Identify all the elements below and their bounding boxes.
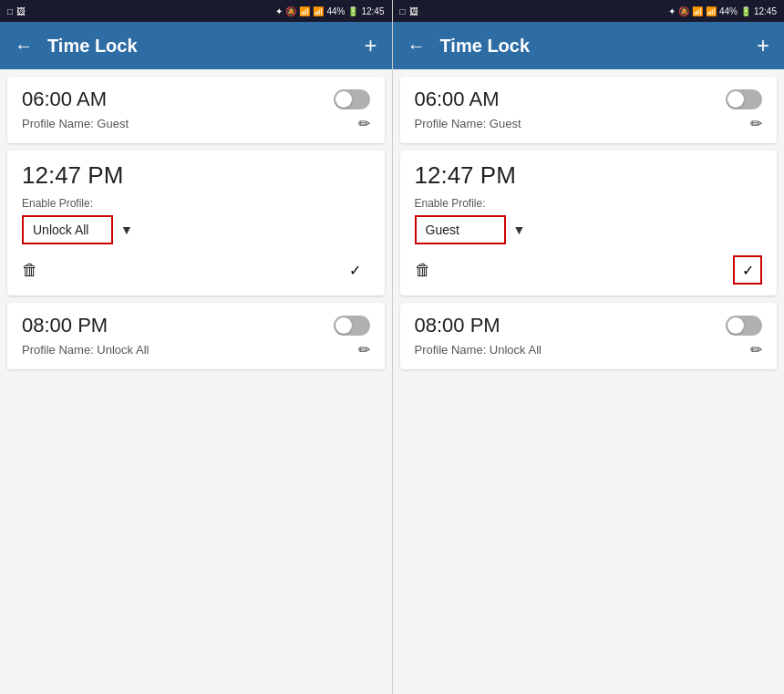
- time-right: 12:45: [754, 6, 777, 16]
- left-add-button[interactable]: +: [364, 33, 377, 58]
- right-card-1: 06:00 AM Profile Name: Guest ✏: [400, 77, 778, 143]
- left-profile-value: Unlock All: [33, 223, 88, 237]
- left-back-button[interactable]: ←: [15, 36, 33, 57]
- battery-percent-left: 44%: [326, 6, 345, 16]
- right-card-1-bottom-row: Profile Name: Guest ✏: [415, 115, 763, 132]
- right-check-icon: ✓: [742, 262, 754, 279]
- right-profile-dropdown[interactable]: Guest: [415, 215, 506, 244]
- right-delete-icon[interactable]: 🗑: [415, 261, 431, 280]
- right-action-row: 🗑 ✓: [415, 255, 763, 285]
- left-screen: □ 🖼 ✦ 🔕 📶 📶 44% 🔋 12:45 ← Time Lock +: [0, 0, 393, 694]
- wifi-icon: 📶: [299, 6, 310, 16]
- right-signal-icon: 📶: [706, 6, 717, 16]
- left-profile-1: Profile Name: Guest: [22, 117, 358, 130]
- left-card-1-bottom-row: Profile Name: Guest ✏: [22, 115, 370, 132]
- signal-icon: 📶: [313, 6, 324, 16]
- right-screen: □ 🖼 ✦ 🔕 📶 📶 44% 🔋 12:45 ← Time Lock +: [393, 0, 785, 694]
- left-status-left: □ 🖼: [7, 6, 26, 16]
- left-card-1: 06:00 AM Profile Name: Guest ✏: [7, 77, 385, 143]
- left-dropdown-arrow[interactable]: ▼: [120, 223, 133, 237]
- right-card-1-top-row: 06:00 AM: [415, 88, 763, 111]
- left-time-1: 06:00 AM: [22, 88, 107, 111]
- right-status-bar: □ 🖼 ✦ 🔕 📶 📶 44% 🔋 12:45: [393, 0, 785, 22]
- right-battery-icon: 🔋: [740, 6, 751, 16]
- right-toggle-3[interactable]: [726, 316, 762, 336]
- right-time-3: 08:00 PM: [415, 314, 500, 337]
- left-enable-label: Enable Profile:: [22, 197, 370, 210]
- left-profile-dropdown[interactable]: Unlock All: [22, 215, 113, 244]
- right-back-button[interactable]: ←: [407, 36, 426, 57]
- time-left: 12:45: [361, 6, 384, 16]
- right-profile-value: Guest: [426, 223, 459, 237]
- right-dropdown-arrow[interactable]: ▼: [513, 223, 526, 237]
- right-wifi-icon: 📶: [692, 6, 703, 16]
- right-edit-icon-3[interactable]: ✏: [750, 341, 762, 358]
- left-card-3-bottom-row: Profile Name: Unlock All ✏: [22, 341, 370, 358]
- screen-icon: □: [7, 6, 13, 16]
- left-action-row: 🗑 ✓: [22, 255, 370, 285]
- right-check-button[interactable]: ✓: [733, 255, 762, 285]
- mute-icon: 🔕: [285, 6, 296, 16]
- right-bluetooth-icon: ✦: [668, 6, 676, 16]
- right-enable-label: Enable Profile:: [415, 197, 763, 210]
- left-card-3: 08:00 PM Profile Name: Unlock All ✏: [7, 303, 385, 369]
- bluetooth-icon: ✦: [275, 6, 283, 16]
- left-time-3: 08:00 PM: [22, 314, 108, 337]
- battery-percent-right: 44%: [719, 6, 738, 16]
- right-image-icon: 🖼: [409, 6, 418, 16]
- left-delete-icon[interactable]: 🗑: [22, 261, 38, 280]
- right-time-1: 06:00 AM: [415, 88, 500, 111]
- left-dropdown-row: Unlock All ▼: [22, 215, 370, 244]
- right-profile-3: Profile Name: Unlock All: [415, 343, 751, 357]
- right-header-title: Time Lock: [440, 36, 757, 57]
- right-add-button[interactable]: +: [757, 33, 769, 58]
- left-toggle-3[interactable]: [334, 316, 370, 336]
- right-status-right: ✦ 🔕 📶 📶 44% 🔋 12:45: [668, 6, 777, 16]
- right-toggle-1[interactable]: [726, 89, 762, 109]
- right-card-3: 08:00 PM Profile Name: Unlock All ✏: [400, 303, 778, 369]
- right-card-3-bottom-row: Profile Name: Unlock All ✏: [415, 341, 763, 358]
- right-dropdown-row: Guest ▼: [415, 215, 763, 244]
- left-content: 06:00 AM Profile Name: Guest ✏ 12:47 PM …: [0, 69, 392, 694]
- left-toggle-1[interactable]: [334, 89, 370, 109]
- battery-icon: 🔋: [347, 6, 358, 16]
- right-screen-icon: □: [400, 6, 406, 16]
- left-status-right: ✦ 🔕 📶 📶 44% 🔋 12:45: [275, 6, 384, 16]
- right-time-2: 12:47 PM: [415, 161, 763, 190]
- right-mute-icon: 🔕: [678, 6, 689, 16]
- left-check-icon: ✓: [349, 262, 361, 279]
- left-time-2: 12:47 PM: [22, 161, 370, 190]
- left-edit-icon-3[interactable]: ✏: [358, 341, 370, 358]
- left-app-header: ← Time Lock +: [0, 22, 392, 69]
- right-profile-1: Profile Name: Guest: [415, 117, 751, 130]
- left-card-1-top-row: 06:00 AM: [22, 88, 370, 111]
- right-edit-icon-1[interactable]: ✏: [750, 115, 762, 132]
- left-profile-3: Profile Name: Unlock All: [22, 343, 358, 357]
- left-header-title: Time Lock: [47, 36, 364, 57]
- left-check-button[interactable]: ✓: [341, 255, 370, 285]
- screen-container: □ 🖼 ✦ 🔕 📶 📶 44% 🔋 12:45 ← Time Lock +: [0, 0, 784, 694]
- right-content: 06:00 AM Profile Name: Guest ✏ 12:47 PM …: [393, 69, 785, 694]
- right-status-left: □ 🖼: [400, 6, 418, 16]
- left-card-3-top-row: 08:00 PM: [22, 314, 370, 337]
- right-card-3-top-row: 08:00 PM: [415, 314, 763, 337]
- right-card-2: 12:47 PM Enable Profile: Guest ▼ 🗑 ✓: [400, 150, 778, 295]
- image-icon: 🖼: [16, 6, 26, 16]
- left-edit-icon-1[interactable]: ✏: [358, 115, 370, 132]
- left-card-2: 12:47 PM Enable Profile: Unlock All ▼ 🗑 …: [7, 150, 385, 295]
- right-app-header: ← Time Lock +: [393, 22, 785, 69]
- left-status-bar: □ 🖼 ✦ 🔕 📶 📶 44% 🔋 12:45: [0, 0, 392, 22]
